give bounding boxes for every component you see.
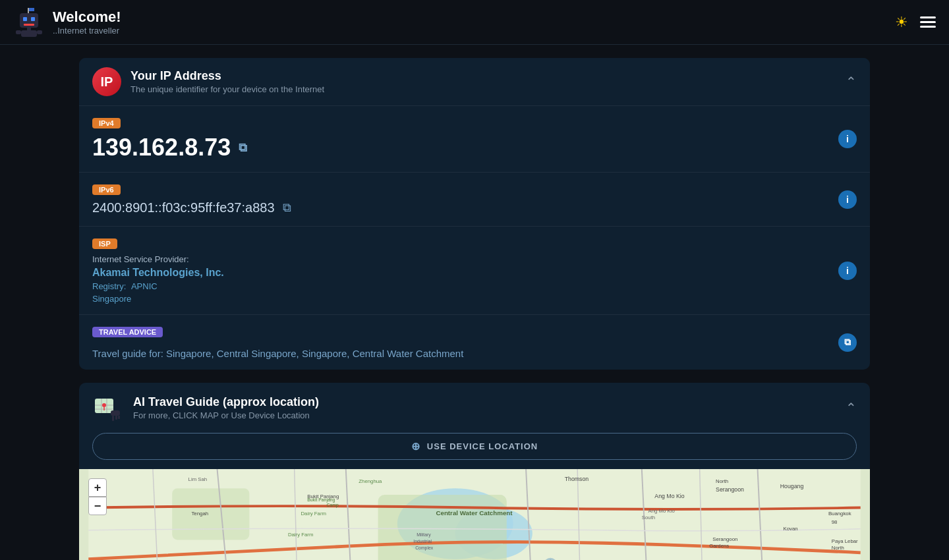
travel-card-header-left: AI Travel Guide (approx location) For mo… [92,392,319,424]
main-content: IP Your IP Address The unique identifier… [0,45,949,560]
svg-rect-1 [29,8,34,11]
svg-rect-18 [112,416,114,421]
svg-text:Bukit Panjang: Bukit Panjang [307,497,335,503]
svg-text:Industrial: Industrial [413,539,432,544]
map-zoom-controls: + − [88,478,107,515]
travel-advice-badge: TRAVEL ADVICE [92,327,163,337]
travel-advice-text: Travel guide for: Singapore, Central Sin… [92,348,857,359]
registry-value: APNIC [131,281,158,291]
registry-label: Registry: [92,281,126,291]
svg-text:Ang Mo Kio: Ang Mo Kio [648,508,676,514]
svg-text:Hougang: Hougang [780,483,804,490]
svg-rect-0 [28,8,29,13]
header-title-block: Welcome! ..Internet traveller [53,9,121,36]
svg-rect-7 [21,30,37,37]
ipv4-value-row: 139.162.8.73 ⧉ [92,134,857,161]
svg-text:Zhenghua: Zhenghua [359,478,382,484]
ipv4-section: IPv4 139.162.8.73 ⧉ i [79,105,870,172]
ip-card-title-block: Your IP Address The unique identifier fo… [130,69,324,94]
ipv4-copy-icon[interactable]: ⧉ [239,141,247,155]
svg-rect-4 [31,17,35,21]
isp-label: Internet Service Provider: [92,254,857,264]
map-container[interactable]: Central Water Catchment Airport Road Tho… [79,469,870,560]
svg-rect-3 [23,17,27,21]
svg-rect-8 [16,30,21,34]
travel-copy-icon[interactable]: ⧉ [838,333,857,352]
svg-text:Military: Military [417,533,431,538]
hamburger-menu-icon[interactable] [920,16,936,28]
svg-rect-24 [378,495,507,560]
ip-card-collapse-icon[interactable]: ⌃ [846,74,857,90]
robot-icon [13,7,45,38]
ip-card-header: IP Your IP Address The unique identifier… [79,58,870,105]
ipv6-value-row: 2400:8901::f03c:95ff:fe37:a883 ⧉ [92,200,857,215]
travel-guide-subtitle: For more, CLICK MAP or Use Device Locati… [133,410,319,420]
svg-text:Thomson: Thomson [565,476,589,482]
isp-badge: ISP [92,238,117,249]
target-icon: ⊕ [411,440,420,453]
svg-rect-20 [118,416,120,419]
svg-text:North: North [832,545,844,551]
svg-rect-17 [111,410,120,416]
map-svg: Central Water Catchment Airport Road Tho… [79,469,870,560]
svg-rect-6 [27,28,31,30]
svg-text:Dairy Farm: Dairy Farm [288,532,314,538]
svg-text:Serangoon: Serangoon [712,536,737,542]
svg-text:Lim Sah: Lim Sah [188,476,208,482]
ipv4-info-icon[interactable]: i [838,130,857,148]
travel-advice-section: TRAVEL ADVICE Travel guide for: Singapor… [79,314,870,370]
svg-rect-25 [172,488,249,540]
isp-info-icon[interactable]: i [838,262,857,280]
svg-text:Paya Lebar: Paya Lebar [832,538,858,544]
ipv4-badge: IPv4 [92,118,121,128]
travel-guide-card: AI Travel Guide (approx location) For mo… [79,383,870,560]
svg-text:Camp: Camp [326,503,338,508]
theme-toggle-icon[interactable]: ☀ [895,14,908,31]
device-location-btn-label: USE DEVICE LOCATION [427,441,538,451]
ipv6-badge: IPv6 [92,184,121,195]
ipv4-address: 139.162.8.73 [92,134,231,161]
svg-rect-9 [37,30,42,34]
ipv6-address: 2400:8901::f03c:95ff:fe37:a883 [92,200,275,215]
isp-country: Singapore [92,294,857,304]
ipv6-section: IPv6 2400:8901::f03c:95ff:fe37:a883 ⧉ i [79,172,870,226]
isp-registry: Registry: APNIC [92,281,857,291]
use-device-location-button[interactable]: ⊕ USE DEVICE LOCATION [92,433,857,460]
svg-text:Central Water Catchment: Central Water Catchment [436,509,513,517]
ip-card-title: Your IP Address [130,69,324,83]
ip-address-card: IP Your IP Address The unique identifier… [79,58,870,370]
ip-card-header-left: IP Your IP Address The unique identifier… [92,67,324,96]
travel-guide-title: AI Travel Guide (approx location) [133,395,319,409]
map-zoom-in-button[interactable]: + [88,478,107,497]
svg-text:Complex: Complex [415,546,434,551]
svg-text:North: North [716,478,728,484]
svg-text:Serangoon: Serangoon [716,486,744,493]
app-header: Welcome! ..Internet traveller ☀ [0,0,949,45]
app-title: Welcome! [53,9,121,26]
isp-name: Akamai Technologies, Inc. [92,267,857,279]
svg-text:Gardens: Gardens [709,543,729,549]
svg-text:Tengah: Tengah [191,511,208,517]
svg-rect-19 [115,416,117,420]
svg-text:Buangkok: Buangkok [828,511,851,517]
svg-text:98: 98 [832,519,838,525]
travel-card-title-block: AI Travel Guide (approx location) For mo… [133,395,319,420]
svg-point-15 [102,403,106,407]
svg-text:South: South [642,515,655,520]
svg-text:Ang Mo Kio: Ang Mo Kio [654,493,684,499]
svg-text:Kovan: Kovan [784,526,798,532]
ip-card-subtitle: The unique identifier for your device on… [130,84,324,94]
ipv6-copy-icon[interactable]: ⧉ [283,201,291,215]
ip-pin-icon: IP [92,67,121,96]
travel-card-collapse-icon[interactable]: ⌃ [846,400,857,416]
header-right: ☀ [895,14,936,31]
app-subtitle: ..Internet traveller [53,26,121,36]
header-left: Welcome! ..Internet traveller [13,7,121,38]
map-zoom-out-button[interactable]: − [88,497,107,515]
isp-section: ISP Internet Service Provider: Akamai Te… [79,226,870,314]
map-robot-icon [92,392,124,424]
svg-text:Dairy Farm: Dairy Farm [301,511,326,517]
travel-card-header: AI Travel Guide (approx location) For mo… [79,383,870,433]
ipv6-info-icon[interactable]: i [838,190,857,209]
svg-rect-5 [24,24,34,26]
